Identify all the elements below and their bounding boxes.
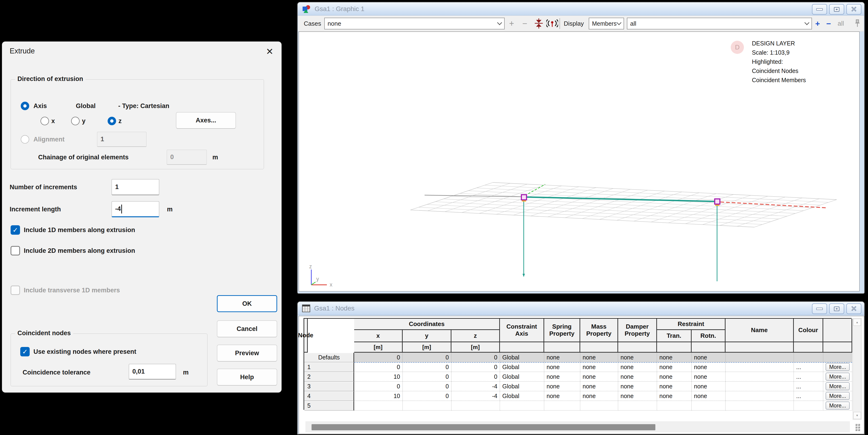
restore-button[interactable] (829, 303, 844, 314)
cell-y[interactable] (403, 401, 452, 410)
header-rotn[interactable]: Rotn. (692, 330, 725, 342)
cell-axis[interactable]: Global (500, 372, 544, 381)
cell-damper[interactable]: none (618, 391, 657, 401)
cell-colour[interactable]: ... (794, 372, 823, 381)
cell-y[interactable]: 0 (403, 391, 452, 401)
cell-damper[interactable] (618, 401, 657, 410)
cell-x[interactable]: 0 (354, 381, 403, 391)
alignment-input[interactable]: 1 (97, 132, 147, 147)
header-tran-unit[interactable] (657, 342, 692, 352)
cell-name[interactable] (725, 401, 794, 410)
cell-x[interactable]: 10 (354, 391, 403, 401)
row-header-1[interactable]: 1 (304, 362, 354, 372)
more-button[interactable]: More... (826, 402, 849, 410)
ok-button[interactable]: OK (217, 295, 277, 312)
cancel-button[interactable]: Cancel (217, 320, 277, 337)
header-z[interactable]: z (452, 330, 500, 342)
header-x-unit[interactable]: [m] (354, 342, 403, 352)
cell-x[interactable]: 0 (354, 362, 403, 372)
header-node[interactable]: Node (304, 319, 308, 352)
add-case-button[interactable]: + (509, 19, 514, 29)
cell-tran[interactable]: none (657, 381, 692, 391)
cell-name[interactable] (725, 391, 794, 401)
graphic-canvas[interactable]: zxy D DESIGN LAYER Scale: 1:103,9 Highli… (299, 32, 860, 291)
header-name-unit[interactable] (725, 342, 794, 352)
more-button[interactable]: More... (826, 373, 849, 381)
scroll-up-button[interactable]: ▲ (854, 319, 861, 326)
cell-spring[interactable]: none (544, 381, 580, 391)
alignment-radio[interactable] (21, 135, 29, 144)
header-x[interactable]: x (354, 330, 403, 342)
cell-spring[interactable]: none (544, 352, 580, 362)
cell-x[interactable]: 10 (354, 372, 403, 381)
cell-axis[interactable]: Global (500, 381, 544, 391)
axis-y-radio[interactable] (71, 117, 80, 125)
cell-name[interactable] (725, 372, 794, 381)
cell-spring[interactable]: none (544, 372, 580, 381)
cell-rotn[interactable]: none (692, 372, 725, 381)
shrink-elements-button[interactable] (534, 15, 544, 32)
select-all-button[interactable]: all (838, 20, 844, 27)
header-colour-unit[interactable] (794, 342, 823, 352)
header-mass-property[interactable]: Mass Property (580, 319, 618, 342)
cell-colour[interactable] (794, 352, 823, 362)
row-header-2[interactable]: 2 (304, 372, 354, 381)
row-header-3[interactable]: 3 (304, 381, 354, 391)
cell-colour[interactable] (794, 401, 823, 410)
use-existing-checkbox[interactable]: ✓ (20, 347, 30, 356)
header-coordinates[interactable]: Coordinates (354, 319, 500, 330)
entity-filter-combobox[interactable]: all (627, 18, 812, 29)
cell-y[interactable]: 0 (403, 381, 452, 391)
cell-axis[interactable] (500, 401, 544, 410)
cell-name[interactable] (725, 352, 794, 362)
cell-z[interactable]: -4 (452, 391, 500, 401)
cell-rotn[interactable]: none (692, 391, 725, 401)
more-button[interactable]: More... (826, 392, 849, 400)
header-y[interactable]: y (403, 330, 452, 342)
cell-z[interactable]: -4 (452, 381, 500, 391)
cell-y[interactable]: 0 (403, 362, 452, 372)
more-button[interactable]: More... (826, 363, 849, 371)
close-icon[interactable]: ✕ (266, 46, 273, 57)
cases-combobox[interactable]: none (324, 18, 505, 29)
resize-grip[interactable] (856, 424, 862, 432)
header-damper-property[interactable]: Damper Property (618, 319, 657, 342)
header-name[interactable]: Name (725, 319, 794, 342)
cell-spring[interactable]: none (544, 362, 580, 372)
cell-rotn[interactable]: none (692, 352, 725, 362)
add-to-selection-button[interactable]: + (815, 19, 820, 28)
cell-tran[interactable] (657, 401, 692, 410)
display-combobox[interactable]: Members (589, 18, 624, 29)
row-header-Defaults[interactable]: Defaults (304, 352, 354, 362)
header-extra[interactable] (823, 319, 852, 342)
cell-axis[interactable]: Global (500, 352, 544, 362)
axis-radio[interactable] (21, 102, 29, 110)
header-damper-unit[interactable] (618, 342, 657, 352)
cell-rotn[interactable] (692, 401, 725, 410)
close-button[interactable]: ✕ (846, 303, 861, 314)
cell-y[interactable]: 0 (403, 352, 452, 362)
cell-x[interactable]: 0 (354, 352, 403, 362)
help-button[interactable]: Help (217, 369, 277, 385)
pin-button[interactable] (854, 15, 861, 32)
axes-button[interactable]: Axes... (176, 112, 236, 129)
header-mass-unit[interactable] (580, 342, 618, 352)
cell-tran[interactable]: none (657, 391, 692, 401)
scrollbar-thumb[interactable] (312, 424, 655, 430)
header-z-unit[interactable]: [m] (452, 342, 500, 352)
header-constraint-unit[interactable] (500, 342, 544, 352)
cell-x[interactable] (354, 401, 403, 410)
cell-z[interactable] (452, 401, 500, 410)
cell-mass[interactable]: none (580, 352, 618, 362)
cell-z[interactable]: 0 (452, 352, 500, 362)
header-extra-unit[interactable] (823, 342, 852, 352)
header-restraint[interactable]: Restraint (657, 319, 725, 330)
minimize-button[interactable] (812, 4, 827, 14)
axis-z-radio[interactable] (107, 117, 116, 125)
cell-axis[interactable]: Global (500, 362, 544, 372)
header-rotn-unit[interactable] (692, 342, 725, 352)
horizontal-scrollbar[interactable] (305, 422, 850, 432)
header-tran[interactable]: Tran. (657, 330, 692, 342)
cell-rotn[interactable]: none (692, 381, 725, 391)
row-header-5[interactable]: 5 (304, 401, 354, 410)
